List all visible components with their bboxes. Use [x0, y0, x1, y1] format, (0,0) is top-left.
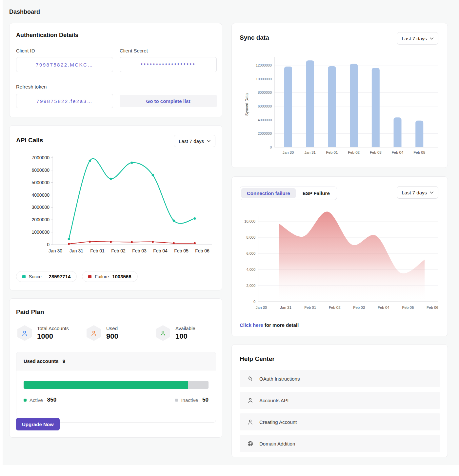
svg-text:Feb 02: Feb 02 [348, 150, 360, 154]
help-item-label: Domain Addition [259, 441, 295, 446]
person-icon [156, 325, 170, 341]
svg-text:Jan 31: Jan 31 [280, 306, 291, 309]
api-calls-chart: 0100000020000003000000400000050000006000… [16, 151, 216, 256]
help-center-title: Help Center [240, 355, 275, 363]
svg-text:Feb 04: Feb 04 [378, 306, 389, 309]
failure-swatch-icon [88, 275, 91, 278]
inactive-label: Inactive [181, 397, 198, 403]
stat-label: Total Accounts [37, 326, 69, 331]
used-accounts-label: Used accounts [24, 358, 59, 364]
svg-text:Feb 05: Feb 05 [174, 248, 189, 253]
stat-total-accounts: Total Accounts 1000 [16, 322, 78, 344]
svg-text:4,000: 4,000 [246, 268, 255, 271]
svg-text:6,000: 6,000 [246, 251, 255, 255]
sync-data-title: Sync data [240, 34, 269, 41]
svg-text:12000000: 12000000 [256, 63, 272, 67]
active-legend: Active 850 [24, 397, 56, 403]
auth-card-title: Authentication Details [16, 32, 78, 39]
svg-text:Feb 06: Feb 06 [195, 248, 210, 253]
tab-connection-failure[interactable]: Connection failure [241, 188, 296, 198]
client-secret-label: Client Secret [120, 48, 148, 53]
success-legend-label: Succe... [29, 274, 46, 279]
svg-text:Synced Data: Synced Data [245, 93, 249, 116]
paid-plan-card: Paid Plan Total Accounts 1000 Used 900 [9, 298, 222, 438]
failure-tabs: Connection failure ESP Failure [240, 187, 337, 200]
client-id-field[interactable]: 799875822.MCKC… [16, 57, 113, 72]
failure-legend-label: Failure [95, 274, 109, 279]
stat-available: Available 100 [147, 322, 216, 344]
more-detail-text: for more detail [263, 322, 299, 328]
svg-text:Feb 01: Feb 01 [304, 306, 316, 309]
svg-text:Feb 04: Feb 04 [392, 150, 404, 154]
person-icon [87, 325, 101, 341]
help-item-accounts-api[interactable]: Accounts API [240, 392, 440, 409]
help-item-creating-account[interactable]: Creating Account [240, 413, 440, 430]
svg-text:Feb 02: Feb 02 [329, 306, 341, 309]
stat-value: 100 [175, 332, 195, 341]
svg-text:8000000: 8000000 [258, 90, 272, 94]
svg-text:Feb 05: Feb 05 [402, 306, 414, 309]
sync-data-card: Sync data Last 7 days 020000004000000600… [231, 23, 448, 168]
svg-text:2,000: 2,000 [246, 284, 255, 288]
svg-text:Feb 03: Feb 03 [370, 150, 382, 154]
api-calls-legend: Succe... 28597714 Failure 1003566 [16, 271, 138, 282]
api-calls-title: API Calls [16, 137, 43, 144]
client-id-label: Client ID [16, 48, 35, 53]
api-range-dropdown[interactable]: Last 7 days [174, 135, 215, 147]
chevron-down-icon [207, 140, 210, 142]
svg-text:Feb 01: Feb 01 [90, 248, 105, 253]
help-item-oauth-instructions[interactable]: OAuth Instructions [240, 370, 440, 387]
click-here-link[interactable]: Click here [240, 322, 263, 328]
client-secret-field[interactable]: ****************** [120, 57, 217, 72]
stat-used: Used 900 [78, 322, 147, 344]
svg-text:Feb 04: Feb 04 [153, 248, 168, 253]
help-item-label: Creating Account [259, 419, 297, 425]
go-to-complete-list-button[interactable]: Go to complete list [120, 95, 217, 107]
failure-legend-value: 1003566 [112, 274, 131, 279]
active-dot-icon [24, 399, 27, 402]
svg-text:Jan 31: Jan 31 [304, 150, 316, 154]
chevron-down-icon [430, 191, 433, 194]
active-value: 850 [47, 397, 56, 403]
svg-text:0: 0 [47, 242, 50, 247]
svg-text:2000000: 2000000 [258, 131, 272, 135]
help-item-label: OAuth Instructions [259, 376, 300, 382]
svg-text:Jan 30: Jan 30 [49, 248, 62, 253]
svg-text:5000000: 5000000 [31, 180, 50, 185]
svg-text:Feb 06: Feb 06 [427, 306, 438, 309]
paid-plan-title: Paid Plan [16, 308, 44, 316]
refresh-token-field[interactable]: 799875822.fe2a3… [16, 94, 113, 108]
svg-text:7000000: 7000000 [31, 155, 50, 160]
page-title: Dashboard [9, 9, 40, 15]
globe-icon [247, 440, 254, 447]
help-item-label: Accounts API [259, 398, 289, 403]
upgrade-now-button[interactable]: Upgrade Now [16, 418, 60, 430]
stat-label: Available [175, 326, 195, 331]
sync-range-dropdown[interactable]: Last 7 days [397, 32, 438, 45]
stat-value: 900 [106, 332, 118, 341]
help-item-domain-addition[interactable]: Domain Addition [240, 435, 440, 452]
legend-item-failure[interactable]: Failure 1003566 [82, 271, 137, 282]
inactive-dot-icon [175, 399, 178, 402]
accounts-progress-bar [24, 381, 209, 389]
svg-text:Feb 03: Feb 03 [132, 248, 147, 253]
svg-text:6000000: 6000000 [31, 168, 50, 173]
failure-range-dropdown[interactable]: Last 7 days [397, 186, 438, 199]
authentication-details-card: Authentication Details Client ID Client … [9, 23, 222, 117]
svg-text:4000000: 4000000 [258, 118, 272, 122]
help-center-list: OAuth Instructions Accounts API Creating… [240, 370, 440, 457]
failure-chart-card: Connection failure ESP Failure Last 7 da… [231, 176, 448, 336]
used-accounts-box: Used accounts 9 Active 850 Inactive [16, 352, 216, 423]
svg-text:Feb 01: Feb 01 [326, 150, 338, 154]
success-legend-value: 28597714 [49, 274, 71, 279]
api-calls-card: API Calls Last 7 days 010000002000000300… [9, 125, 222, 290]
svg-text:0: 0 [253, 300, 255, 304]
svg-text:Jan 31: Jan 31 [70, 248, 83, 253]
window-bottom-edge [0, 465, 459, 476]
stat-label: Used [106, 326, 118, 331]
tab-esp-failure[interactable]: ESP Failure [297, 188, 335, 198]
legend-item-success[interactable]: Succe... 28597714 [16, 271, 77, 282]
inactive-value: 50 [202, 397, 209, 403]
person-icon [247, 397, 254, 404]
chevron-down-icon [430, 37, 433, 40]
